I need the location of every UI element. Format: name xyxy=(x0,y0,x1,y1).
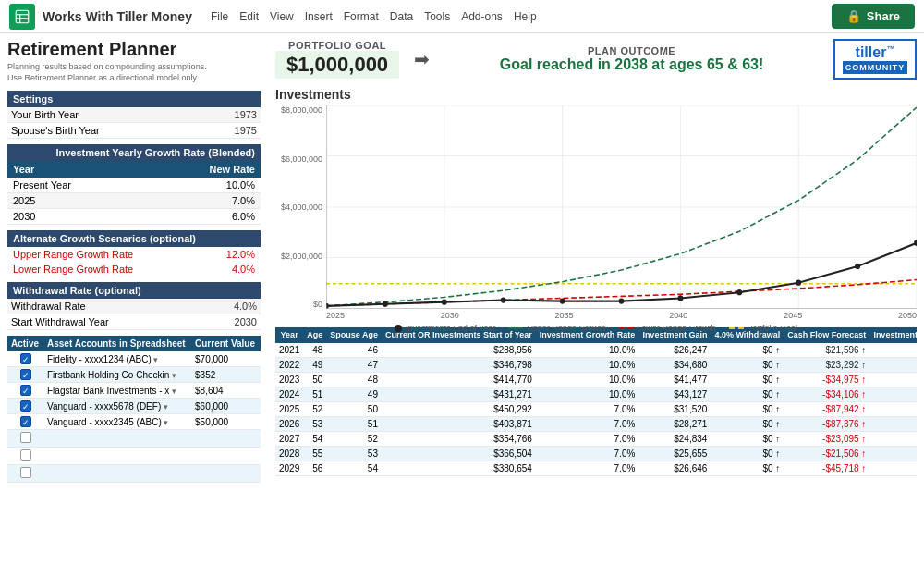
asset-checkbox-2[interactable]: ✓ xyxy=(7,383,43,399)
share-label: Share xyxy=(867,9,900,23)
svg-point-21 xyxy=(619,299,625,304)
asset-name-5 xyxy=(43,430,191,448)
legend-lower: Lower Range Growth xyxy=(619,324,716,333)
birth-year-label: Your Birth Year xyxy=(11,109,79,120)
dt-inv-start-3: $431,271 xyxy=(382,387,536,402)
svg-point-17 xyxy=(383,301,388,307)
asset-name-4: Vanguard - xxxx2345 (ABC) ▾ xyxy=(43,414,191,430)
upper-range-label: Upper Range Growth Rate xyxy=(13,249,133,260)
data-table-row: 2028 55 53 $366,504 7.0% $25,655 $0 ↑ -$… xyxy=(275,447,917,461)
dt-inv-adj-5: $10,000 ↑ xyxy=(869,417,917,432)
withdrawal-rate-value: 4.0% xyxy=(234,301,257,312)
tiller-badge: tiller™ COMMUNITY xyxy=(833,39,917,80)
asset-checkbox-5[interactable] xyxy=(7,430,43,448)
asset-row: ✓ Firstbank Holding Co Checkin ▾ $352 xyxy=(7,367,261,383)
asset-checkbox-7[interactable] xyxy=(7,465,43,483)
dt-age-0: 48 xyxy=(303,343,326,358)
withdrawal-section: Withdrawal Rate (optional) Withdrawal Ra… xyxy=(7,282,261,330)
asset-value-5 xyxy=(191,430,261,448)
birth-year-value: 1973 xyxy=(235,109,257,120)
dt-cash-flow-2: -$34,975 ↑ xyxy=(784,373,869,387)
y-axis: $8,000,000 $6,000,000 $4,000,000 $2,000,… xyxy=(275,105,326,309)
asset-checkbox-6[interactable] xyxy=(7,448,43,465)
x-label-3: 2040 xyxy=(669,311,687,320)
x-axis: 2025 2030 2035 2040 2045 2050 xyxy=(326,311,917,320)
dt-age-6: 54 xyxy=(303,432,326,447)
dt-year-2: 2023 xyxy=(275,373,303,387)
spouse-birth-year-value: 1975 xyxy=(235,125,257,136)
lower-range-label: Lower Range Growth Rate xyxy=(13,264,133,275)
asset-value-3: $60,000 xyxy=(191,399,261,414)
asset-name-6 xyxy=(43,448,191,465)
withdrawal-year-row: Start Withdrawal Year 2030 xyxy=(7,314,261,330)
menu-addons[interactable]: Add-ons xyxy=(461,10,503,23)
svg-point-22 xyxy=(677,296,683,301)
data-table-container: Year Age Spouse Age Current OR Investmen… xyxy=(275,327,917,476)
asset-value-6 xyxy=(191,448,261,465)
dt-inv-gain-2: $41,477 xyxy=(638,373,711,387)
legend-investments: Investments End of Year xyxy=(395,324,496,333)
asset-checkbox-4[interactable]: ✓ xyxy=(7,414,43,430)
menu-bar: File Edit View Insert Format Data Tools … xyxy=(211,10,832,23)
menu-data[interactable]: Data xyxy=(390,10,413,23)
menu-format[interactable]: Format xyxy=(344,10,379,23)
asset-name-3: Vanguard - xxxx5678 (DEF) ▾ xyxy=(43,399,191,414)
app-header: Works With Tiller Money File Edit View I… xyxy=(0,0,924,33)
dt-growth-rate-0: 10.0% xyxy=(536,343,639,358)
sidebar: Retirement Planner Planning results base… xyxy=(0,33,268,578)
x-label-1: 2030 xyxy=(441,311,459,320)
setting-spouse-birth-year: Spouse's Birth Year 1975 xyxy=(7,123,261,139)
dt-inv-start-1: $346,798 xyxy=(382,358,536,373)
y-label-1: $6,000,000 xyxy=(281,154,322,164)
dt-inv-start-4: $450,292 xyxy=(382,402,536,417)
setting-birth-year: Your Birth Year 1973 xyxy=(7,107,261,123)
asset-checkbox-0[interactable]: ✓ xyxy=(7,351,43,367)
data-table-row: 2029 56 54 $380,654 7.0% $26,646 $0 ↑ -$… xyxy=(275,461,917,476)
dt-year-3: 2024 xyxy=(275,387,303,402)
growth-col-year: Year xyxy=(7,161,146,178)
menu-view[interactable]: View xyxy=(270,10,294,23)
menu-insert[interactable]: Insert xyxy=(305,10,333,23)
dt-growth-rate-6: 7.0% xyxy=(536,432,639,447)
dt-growth-rate-1: 10.0% xyxy=(536,358,639,373)
growth-year-2: 2030 xyxy=(7,209,146,225)
dt-inv-adj-7: $10,000 ↑ xyxy=(869,447,917,461)
dt-cash-flow-3: -$34,106 ↑ xyxy=(784,387,869,402)
dt-inv-adj-8: $10,000 ↑ xyxy=(869,461,917,476)
asset-checkbox-3[interactable]: ✓ xyxy=(7,399,43,414)
dt-inv-gain-5: $28,271 xyxy=(638,417,711,432)
asset-name-2: Flagstar Bank Investments - x ▾ xyxy=(43,383,191,399)
data-table-row: 2021 48 46 $288,956 10.0% $26,247 $0 ↑ $… xyxy=(275,343,917,358)
asset-value-2: $8,604 xyxy=(191,383,261,399)
dt-spouse-age-4: 50 xyxy=(326,402,382,417)
plan-outcome-box: PLAN OUTCOME Goal reached in 2038 at age… xyxy=(444,45,819,73)
share-button[interactable]: 🔒 Share xyxy=(832,4,915,29)
x-label-5: 2050 xyxy=(898,311,917,320)
dt-spouse-age-5: 51 xyxy=(326,417,382,432)
dt-withdrawal-7: $0 ↑ xyxy=(711,447,784,461)
growth-rate-table: Investment Yearly Growth Rate (Blended) … xyxy=(7,144,261,225)
x-label-2: 2035 xyxy=(555,311,574,320)
dt-year-4: 2025 xyxy=(275,402,303,417)
dt-inv-start-8: $380,654 xyxy=(382,461,536,476)
dt-growth-rate-8: 7.0% xyxy=(536,461,639,476)
y-label-0: $8,000,000 xyxy=(281,105,322,115)
main-layout: Retirement Planner Planning results base… xyxy=(0,33,924,578)
menu-help[interactable]: Help xyxy=(514,10,537,23)
menu-tools[interactable]: Tools xyxy=(424,10,450,23)
menu-edit[interactable]: Edit xyxy=(239,10,259,23)
dt-spouse-age-3: 49 xyxy=(326,387,382,402)
svg-point-24 xyxy=(796,280,801,286)
dt-inv-start-0: $288,956 xyxy=(382,343,536,358)
dt-inv-gain-4: $31,520 xyxy=(638,402,711,417)
dt-withdrawal-3: $0 ↑ xyxy=(711,387,784,402)
legend-dash-upper xyxy=(508,327,523,329)
dt-cash-flow-6: -$23,095 ↑ xyxy=(784,432,869,447)
menu-file[interactable]: File xyxy=(211,10,228,23)
asset-checkbox-1[interactable]: ✓ xyxy=(7,367,43,383)
legend-dash-lower xyxy=(619,327,634,329)
asset-name-1: Firstbank Holding Co Checkin ▾ xyxy=(43,367,191,383)
dt-inv-adj-1: $10,000 ↑ xyxy=(869,358,917,373)
dt-inv-adj-4: $10,000 ↑ xyxy=(869,402,917,417)
legend-goal: Portfolio Goal xyxy=(729,324,798,333)
